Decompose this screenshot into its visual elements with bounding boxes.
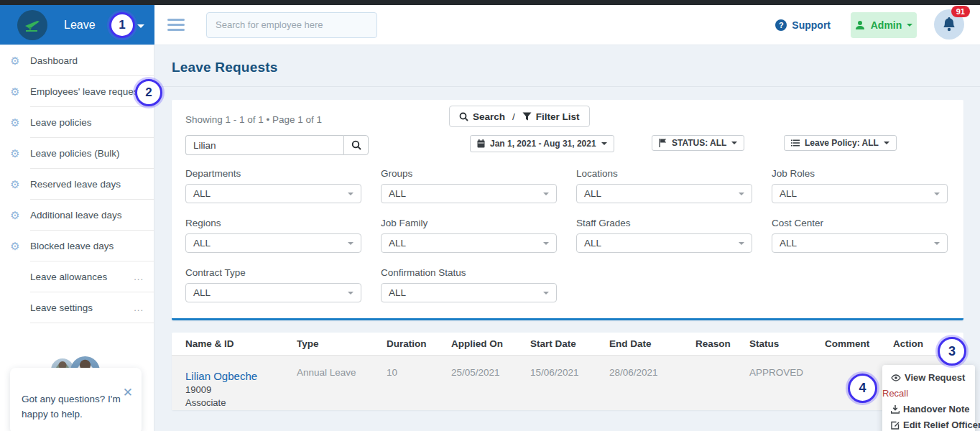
filter-panel: Showing 1 - 1 of 1 • Page 1 of 1 Search … (172, 100, 963, 320)
filter-locations: Locations ALL (576, 168, 752, 203)
cell-status: APPROVED (749, 356, 825, 410)
gear-icon: ⚙ (0, 178, 30, 191)
col-header-end-date: End Date (609, 338, 695, 349)
action-dropdown-menu: View Request Recall Handover Note Edit R… (882, 365, 975, 431)
notification-count-badge: 91 (951, 6, 970, 17)
filter-label: Groups (381, 168, 557, 179)
staff-grades-select[interactable]: ALL (576, 233, 752, 253)
leave-policy-filter-label: Leave Policy: ALL (805, 138, 879, 148)
search-icon (459, 112, 468, 121)
sidebar-item-leave-policies[interactable]: ⚙ Leave policies (0, 107, 154, 138)
search-submit-button[interactable] (343, 135, 369, 155)
menu-item-edit-relief-officer[interactable]: Edit Relief Officer (891, 418, 968, 431)
menu-item-handover-note[interactable]: Handover Note (891, 402, 968, 416)
job-family-select[interactable]: ALL (381, 233, 557, 253)
leave-policy-filter-button[interactable]: Leave Policy: ALL (784, 135, 897, 151)
locations-select[interactable]: ALL (576, 184, 752, 203)
cell-end-date: 28/06/2021 (609, 356, 695, 410)
col-header-type: Type (297, 338, 387, 349)
sidebar-item-dashboard[interactable]: ⚙ Dashboard (0, 45, 154, 76)
sidebar-item-label: Leave policies (30, 117, 92, 128)
search-filter-toggle[interactable]: Search / Filter List (449, 106, 590, 127)
sidebar-item-additional-leave-days[interactable]: ⚙ Additional leave days (0, 200, 154, 231)
menu-item-label: Handover Note (903, 404, 969, 414)
edit-icon (891, 421, 900, 430)
filter-label: Departments (185, 168, 361, 179)
table-row: Lilian Ogbeche 19009 Associate Annual Le… (172, 355, 963, 410)
sidebar-item-label: Dashboard (30, 55, 78, 66)
list-icon (791, 139, 800, 147)
filter-regions: Regions ALL (185, 218, 361, 253)
filter-groups: Groups ALL (381, 168, 557, 203)
filter-job-family: Job Family ALL (381, 218, 557, 253)
sidebar-item-employees-leave-requests[interactable]: ⚙ Employees' leave requests (0, 76, 154, 107)
hamburger-menu-icon[interactable] (167, 16, 185, 34)
date-range-button[interactable]: Jan 1, 2021 - Aug 31, 2021 (470, 135, 614, 152)
groups-select[interactable]: ALL (381, 184, 557, 203)
ellipsis-icon: ... (134, 302, 144, 313)
col-header-start-date: Start Date (530, 338, 609, 349)
filter-label: Cost Center (772, 218, 948, 228)
search-tab-label[interactable]: Search (473, 111, 505, 122)
notifications-button[interactable]: 91 (934, 9, 966, 41)
employee-name-search (185, 135, 369, 155)
employee-name-link[interactable]: Lilian Ogbeche (185, 370, 297, 382)
col-header-reason: Reason (695, 338, 749, 349)
menu-item-recall[interactable]: Recall (882, 386, 968, 400)
departments-select[interactable]: ALL (185, 184, 361, 203)
close-icon[interactable]: ✕ (123, 386, 133, 399)
admin-menu-button[interactable]: Admin (851, 12, 917, 38)
cell-duration: 10 (387, 356, 451, 410)
sidebar-item-label: Leave policies (Bulk) (30, 148, 120, 159)
sidebar-item-leave-allowances[interactable]: Leave allowances ... (0, 261, 154, 292)
filter-label: Locations (576, 168, 752, 179)
gear-icon: ⚙ (0, 55, 30, 68)
status-filter-button[interactable]: STATUS: ALL (652, 135, 744, 151)
employee-role: Associate (185, 397, 297, 408)
filter-contract-type: Contract Type ALL (185, 267, 361, 302)
sidebar-item-label: Leave allowances (30, 272, 107, 282)
employee-id: 19009 (185, 384, 297, 395)
chat-message: Got any questions? I'm happy to help. (22, 392, 130, 422)
eye-icon (891, 374, 901, 381)
menu-item-view-request[interactable]: View Request (891, 371, 968, 384)
menu-item-label: Recall (882, 388, 908, 399)
sidebar-item-leave-settings[interactable]: Leave settings ... (0, 292, 154, 323)
annotation-circle-3: 3 (938, 337, 966, 366)
regions-select[interactable]: ALL (185, 233, 361, 253)
job-roles-select[interactable]: ALL (772, 184, 948, 203)
cost-center-select[interactable]: ALL (772, 233, 948, 253)
filter-label: Contract Type (185, 267, 361, 278)
filter-job-roles: Job Roles ALL (772, 168, 948, 203)
gear-icon: ⚙ (0, 240, 30, 253)
col-header-duration: Duration (387, 338, 451, 349)
top-bar: Leave ? Support Admin 91 (0, 5, 980, 45)
sidebar-item-blocked-leave-days[interactable]: ⚙ Blocked leave days (0, 231, 154, 261)
employee-search-input[interactable] (206, 12, 377, 38)
support-link[interactable]: ? Support (775, 19, 831, 31)
filter-label: Job Family (381, 218, 557, 228)
filter-departments: Departments ALL (185, 168, 361, 203)
sidebar-item-leave-policies-bulk[interactable]: ⚙ Leave policies (Bulk) (0, 138, 154, 169)
separator: / (512, 111, 515, 122)
sidebar-item-label: Leave settings (30, 302, 93, 313)
menu-item-label: Edit Relief Officer (903, 420, 980, 430)
chat-widget: ✕ Got any questions? I'm happy to help. (10, 356, 142, 431)
caret-down-icon (731, 142, 737, 144)
brand-caret-down-icon[interactable] (137, 24, 144, 28)
main-content: Leave Requests Showing 1 - 1 of 1 • Page… (155, 45, 980, 431)
sidebar-item-label: Employees' leave requests (30, 86, 146, 97)
chat-message-card[interactable]: ✕ Got any questions? I'm happy to help. (10, 368, 142, 431)
confirmation-status-select[interactable]: ALL (381, 283, 557, 302)
filter-label: Job Roles (772, 168, 948, 179)
name-search-input[interactable] (185, 135, 343, 155)
support-label: Support (792, 19, 831, 31)
sidebar-item-reserved-leave-days[interactable]: ⚙ Reserved leave days (0, 169, 154, 200)
status-filter-label: STATUS: ALL (672, 138, 726, 148)
contract-type-select[interactable]: ALL (185, 283, 361, 302)
filter-cost-center: Cost Center ALL (772, 218, 948, 253)
filter-confirmation-status: Confirmation Status ALL (381, 267, 557, 302)
sidebar-item-label: Blocked leave days (30, 241, 114, 251)
filter-list-tab-label[interactable]: Filter List (536, 111, 580, 122)
sidebar-item-label: Additional leave days (30, 210, 122, 221)
